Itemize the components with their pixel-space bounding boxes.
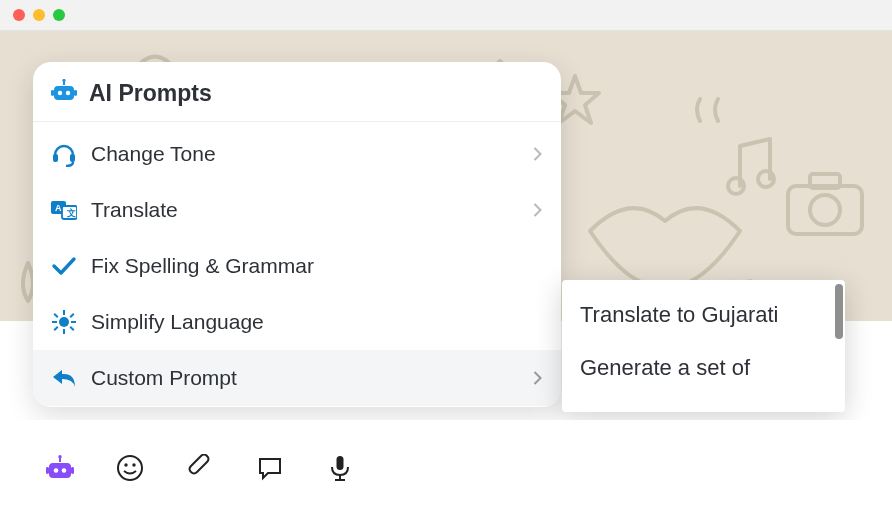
headset-icon (51, 141, 77, 167)
ai-prompts-title: AI Prompts (89, 80, 212, 107)
svg-point-9 (62, 79, 65, 82)
window-minimize-button[interactable] (33, 9, 45, 21)
translate-icon: A文 (51, 197, 77, 223)
ai-prompts-list: Change Tone A文 Translate Fix Spelling & … (33, 122, 561, 407)
svg-text:文: 文 (66, 208, 76, 218)
menu-item-label: Custom Prompt (91, 366, 237, 390)
emoji-button[interactable] (114, 452, 146, 484)
window-titlebar (0, 0, 892, 31)
chevron-right-icon (532, 146, 543, 162)
submenu-item-translate-gujarati[interactable]: Translate to Gujarati (580, 298, 829, 331)
svg-rect-24 (70, 313, 75, 318)
app-window: AI Prompts Change Tone A文 Translate (0, 0, 892, 515)
svg-rect-21 (52, 321, 57, 323)
menu-item-label: Change Tone (91, 142, 216, 166)
submenu-item-label: Translate to Gujarati (580, 302, 779, 327)
attach-button[interactable] (184, 452, 216, 484)
svg-rect-20 (63, 329, 65, 334)
svg-rect-19 (63, 310, 65, 315)
gear-icon (51, 309, 77, 335)
menu-item-simplify[interactable]: Simplify Language (33, 294, 561, 350)
menu-item-label: Fix Spelling & Grammar (91, 254, 314, 278)
svg-point-28 (54, 468, 59, 473)
scrollbar-thumb[interactable] (835, 284, 843, 339)
svg-rect-12 (53, 154, 58, 162)
chevron-right-icon (532, 370, 543, 386)
svg-text:A: A (55, 203, 62, 213)
submenu-item-generate-set[interactable]: Generate a set of (580, 351, 829, 384)
submenu-item-label: Generate a set of (580, 355, 750, 380)
svg-rect-27 (49, 463, 71, 478)
doodle-music-icon (720, 131, 780, 201)
svg-rect-23 (54, 313, 59, 318)
window-close-button[interactable] (13, 9, 25, 21)
svg-point-3 (810, 195, 840, 225)
custom-prompt-submenu: Translate to Gujarati Generate a set of (562, 280, 845, 412)
svg-rect-25 (54, 326, 59, 331)
comment-button[interactable] (254, 452, 286, 484)
svg-rect-22 (71, 321, 76, 323)
svg-point-7 (66, 91, 70, 95)
bot-icon (51, 79, 77, 107)
doodle-camera-icon (780, 166, 870, 241)
check-icon (51, 253, 77, 279)
svg-rect-26 (70, 326, 75, 331)
svg-point-29 (62, 468, 67, 473)
svg-rect-33 (71, 467, 74, 474)
menu-item-translate[interactable]: A文 Translate (33, 182, 561, 238)
svg-point-18 (59, 317, 69, 327)
doodle-quote-icon (690, 91, 740, 131)
svg-rect-10 (51, 90, 54, 96)
svg-rect-11 (74, 90, 77, 96)
menu-item-custom-prompt[interactable]: Custom Prompt (33, 350, 561, 406)
menu-item-change-tone[interactable]: Change Tone (33, 126, 561, 182)
svg-rect-32 (46, 467, 49, 474)
menu-item-label: Simplify Language (91, 310, 264, 334)
window-zoom-button[interactable] (53, 9, 65, 21)
svg-point-31 (58, 455, 61, 458)
compose-toolbar (0, 420, 892, 515)
svg-point-34 (118, 456, 142, 480)
ai-button[interactable] (44, 452, 76, 484)
svg-rect-37 (337, 456, 344, 470)
svg-point-36 (132, 463, 135, 466)
menu-item-label: Translate (91, 198, 178, 222)
svg-rect-13 (70, 154, 75, 162)
ai-prompts-menu: AI Prompts Change Tone A文 Translate (33, 62, 561, 407)
mic-button[interactable] (324, 452, 356, 484)
traffic-lights (13, 9, 65, 21)
menu-item-fix-spelling[interactable]: Fix Spelling & Grammar (33, 238, 561, 294)
chevron-right-icon (532, 202, 543, 218)
reply-icon (51, 365, 77, 391)
ai-prompts-header: AI Prompts (33, 62, 561, 122)
svg-point-35 (124, 463, 127, 466)
svg-rect-5 (54, 86, 74, 100)
svg-point-6 (58, 91, 62, 95)
